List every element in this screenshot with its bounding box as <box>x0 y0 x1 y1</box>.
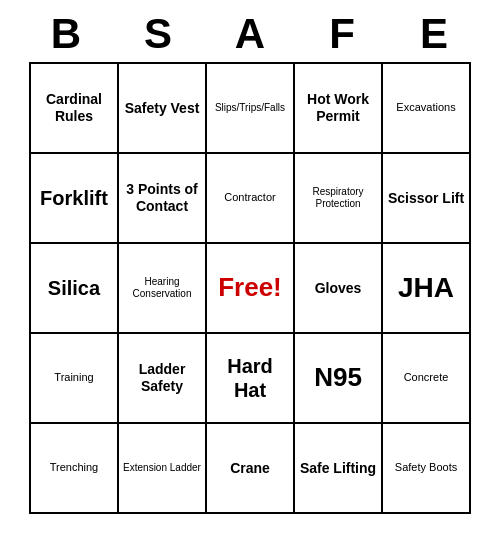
cell-2-3: Gloves <box>295 244 383 334</box>
letter-a: A <box>206 10 294 58</box>
bingo-title: B S A F E <box>20 10 480 58</box>
letter-e: E <box>390 10 478 58</box>
cell-1-2: Contractor <box>207 154 295 244</box>
cell-0-1: Safety Vest <box>119 64 207 154</box>
cell-0-0: Cardinal Rules <box>31 64 119 154</box>
cell-3-0: Training <box>31 334 119 424</box>
cell-4-1: Extension Ladder <box>119 424 207 514</box>
cell-3-3: N95 <box>295 334 383 424</box>
cell-2-2: Free! <box>207 244 295 334</box>
letter-b: B <box>22 10 110 58</box>
cell-1-3: Respiratory Protection <box>295 154 383 244</box>
letter-s: S <box>114 10 202 58</box>
cell-2-0: Silica <box>31 244 119 334</box>
cell-4-2: Crane <box>207 424 295 514</box>
cell-0-3: Hot Work Permit <box>295 64 383 154</box>
cell-2-1: Hearing Conservation <box>119 244 207 334</box>
cell-0-2: Slips/Trips/Falls <box>207 64 295 154</box>
cell-4-0: Trenching <box>31 424 119 514</box>
cell-2-4: JHA <box>383 244 471 334</box>
cell-1-0: Forklift <box>31 154 119 244</box>
cell-1-4: Scissor Lift <box>383 154 471 244</box>
cell-4-4: Safety Boots <box>383 424 471 514</box>
cell-3-2: Hard Hat <box>207 334 295 424</box>
letter-f: F <box>298 10 386 58</box>
cell-0-4: Excavations <box>383 64 471 154</box>
cell-3-1: Ladder Safety <box>119 334 207 424</box>
cell-1-1: 3 Points of Contact <box>119 154 207 244</box>
cell-3-4: Concrete <box>383 334 471 424</box>
bingo-grid: Cardinal Rules Safety Vest Slips/Trips/F… <box>29 62 471 514</box>
cell-4-3: Safe Lifting <box>295 424 383 514</box>
